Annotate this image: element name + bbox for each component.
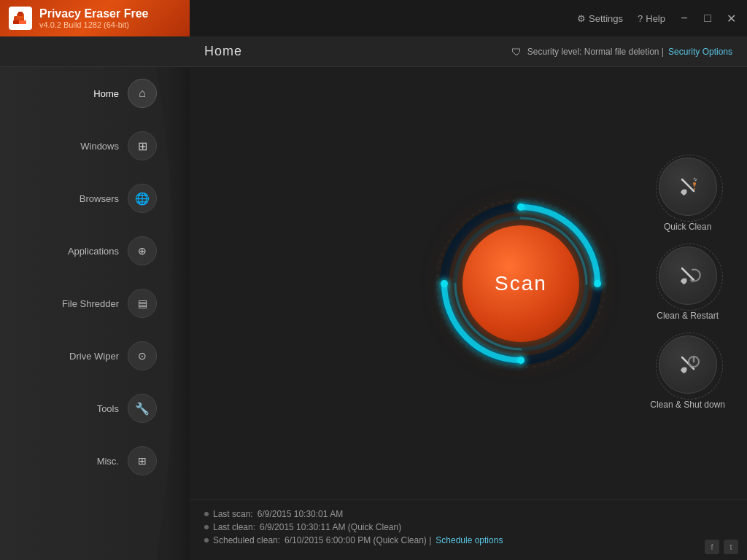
sidebar-item-drive-wiper[interactable]: Drive Wiper ⊙ [0,330,190,382]
app-title: Privacy Eraser Free [39,7,148,20]
sidebar-label-file-shredder: File Shredder [62,298,119,309]
clean-restart-button[interactable] [659,246,717,305]
svg-line-13 [695,179,697,181]
clean-shutdown-action: Clean & Shut down [650,335,725,410]
sidebar-label-drive-wiper: Drive Wiper [69,351,119,362]
sidebar-label-home: Home [93,88,119,99]
sidebar-label-misc: Misc. [97,456,119,467]
help-label: Help [646,13,665,24]
content-area: Home 🛡 Security level: Normal file delet… [0,36,747,560]
clean-shutdown-button[interactable] [659,335,717,394]
svg-point-8 [594,280,601,287]
status-bar: Last scan: 6/9/2015 10:30:01 AM Last cle… [190,499,747,560]
close-button[interactable]: ✕ [721,8,741,28]
twitter-button[interactable]: t [724,540,738,554]
maximize-button[interactable]: □ [697,8,718,28]
last-scan-label: Last scan: [213,509,253,519]
sidebar-label-browsers: Browsers [80,193,119,204]
sidebar-label-applications: Applications [68,246,119,257]
app-name-area: Privacy Eraser Free v4.0.2 Build 1282 (6… [39,7,148,29]
schedule-options-link[interactable]: Schedule options [436,535,503,545]
clean-shutdown-label: Clean & Shut down [650,400,725,410]
shield-icon: 🛡 [511,46,522,58]
facebook-button[interactable]: f [705,540,719,554]
sidebar-label-windows: Windows [80,141,119,152]
status-dot-3 [204,538,209,542]
titlebar-controls: ⚙ Settings ? Help − □ ✕ [571,0,747,36]
broom-icon [675,174,701,200]
svg-line-17 [682,268,694,280]
scheduled-clean-label: Scheduled clean: [213,535,280,545]
shredder-icon: ▤ [138,298,147,309]
quick-clean-button[interactable] [659,158,717,216]
app-version: v4.0.2 Build 1282 (64-bit) [39,20,148,29]
wrench-icon: 🔧 [135,402,150,416]
broom-restart-icon [675,262,701,289]
drive-icon: ⊙ [138,350,147,362]
clean-restart-action: Clean & Restart [657,246,719,321]
last-clean-label: Last clean: [213,522,255,532]
minimize-button[interactable]: − [674,8,694,28]
svg-point-20 [689,357,699,367]
svg-line-12 [682,179,694,191]
main-layout: Home ⌂ Windows ⊞ Browsers 🌐 Applications [0,67,747,560]
settings-label: Settings [589,13,623,24]
applications-icon-circle: ⊕ [128,236,157,265]
header-bar: Home 🛡 Security level: Normal file delet… [0,36,747,67]
page-title: Home [204,44,511,59]
sidebar-item-applications[interactable]: Applications ⊕ [0,225,190,277]
file-shredder-icon-circle: ▤ [128,289,157,318]
status-dot-2 [204,525,209,529]
misc-icon-circle: ⊞ [128,446,157,475]
right-actions: Quick Clean Clean & Restart [650,158,725,410]
windows-icon-circle: ⊞ [128,131,157,160]
tools-icon-circle: 🔧 [128,394,157,423]
question-icon: ? [638,13,643,24]
social-footer: f t [705,540,738,554]
settings-button[interactable]: ⚙ Settings [571,10,629,27]
sidebar-item-tools[interactable]: Tools 🔧 [0,382,190,435]
status-dot-1 [204,512,209,516]
sidebar-item-misc[interactable]: Misc. ⊞ [0,435,190,487]
broom-shutdown-icon [675,351,701,378]
last-clean-item: Last clean: 6/9/2015 10:30:11 AM (Quick … [204,522,732,532]
svg-point-9 [517,357,525,364]
svg-marker-18 [691,280,694,283]
misc-icon: ⊞ [138,455,147,467]
scheduled-clean-value: 6/10/2015 6:00:00 PM (Quick Clean) | [285,535,431,545]
svg-line-14 [694,178,695,179]
svg-line-19 [682,357,694,369]
help-button[interactable]: ? Help [632,10,671,27]
svg-point-15 [693,182,696,185]
gear-icon: ⚙ [577,13,586,24]
sidebar-item-file-shredder[interactable]: File Shredder ▤ [0,277,190,330]
security-level-text: Security level: Normal file deletion | [527,47,664,57]
svg-point-10 [441,280,448,287]
last-clean-value: 6/9/2015 10:30:11 AM (Quick Clean) [260,522,401,532]
last-scan-value: 6/9/2015 10:30:01 AM [258,509,343,519]
sidebar-item-browsers[interactable]: Browsers 🌐 [0,172,190,225]
quick-clean-label: Quick Clean [664,222,711,232]
svg-point-7 [517,203,525,211]
titlebar: Privacy Eraser Free v4.0.2 Build 1282 (6… [0,0,747,36]
browsers-icon-circle: 🌐 [128,184,157,213]
app-icon [9,7,32,30]
sidebar-item-home[interactable]: Home ⌂ [0,67,190,120]
security-options-link[interactable]: Security Options [668,47,732,57]
windows-icon: ⊞ [138,139,147,153]
drive-wiper-icon-circle: ⊙ [128,341,157,370]
quick-clean-action: Quick Clean [659,158,717,232]
svg-rect-4 [13,20,19,24]
scheduled-clean-item: Scheduled clean: 6/10/2015 6:00:00 PM (Q… [204,535,732,545]
last-scan-item: Last scan: 6/9/2015 10:30:01 AM [204,509,732,519]
security-level-bar: 🛡 Security level: Normal file deletion |… [511,46,732,58]
home-icon: ⌂ [139,87,146,100]
sidebar-item-windows[interactable]: Windows ⊞ [0,120,190,172]
sidebar-label-tools: Tools [97,403,119,414]
home-icon-circle: ⌂ [128,79,157,108]
scan-button[interactable]: Scan [462,225,579,342]
globe-icon: 🌐 [135,192,150,206]
applications-icon: ⊕ [138,245,147,257]
app-logo-area: Privacy Eraser Free v4.0.2 Build 1282 (6… [0,0,190,36]
main-content: Scan [190,67,747,560]
